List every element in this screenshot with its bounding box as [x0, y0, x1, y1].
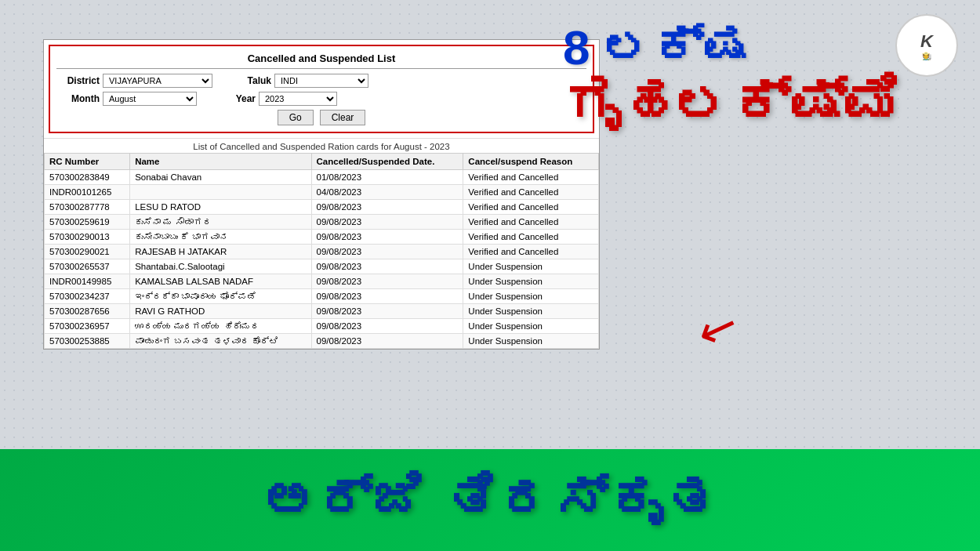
cell-reason: Under Suspension	[463, 319, 599, 334]
month-select[interactable]: August	[103, 92, 197, 106]
content-wrapper: K 🧑‍🌾 Cancelled and Suspended List Distr…	[0, 0, 980, 551]
cell-reason: Under Suspension	[463, 274, 599, 289]
form-row-district: District VIJAYAPURA Taluk INDI	[56, 74, 586, 88]
cell-date: 09/08/2023	[311, 319, 463, 334]
overlay-text: 8 ಲಕ್ಷ ಗೃಹಲಕ್ಷ್ಮಿ	[563, 24, 902, 132]
text-gruhalakshmi: ಗೃಹಲಕ್ಷ್ಮಿ	[563, 76, 902, 132]
cell-rc: 570300287656	[45, 304, 130, 319]
col-rc-number: RC Number	[45, 154, 130, 170]
cell-date: 09/08/2023	[311, 200, 463, 215]
cell-reason: Verified and Cancelled	[463, 170, 599, 185]
table-row: INDR00149985KAMALSAB LALSAB NADAF09/08/2…	[45, 274, 599, 289]
logo-letter: K	[920, 31, 933, 52]
cell-name: RAVI G RATHOD	[130, 304, 311, 319]
cell-reason: Verified and Cancelled	[463, 230, 599, 245]
cell-rc: 570300236957	[45, 319, 130, 334]
cell-reason: Under Suspension	[463, 259, 599, 274]
district-label: District	[56, 75, 100, 86]
cell-rc: 570300290021	[45, 245, 130, 259]
year-label: Year	[212, 93, 256, 104]
col-reason: Cancel/suspend Reason	[463, 154, 599, 170]
cell-name: ಕುಸೆನಾ ಮ ಸೌಡಾಗರ	[130, 215, 311, 230]
cell-reason: Verified and Cancelled	[463, 215, 599, 230]
cell-date: 09/08/2023	[311, 334, 463, 349]
go-button[interactable]: Go	[278, 110, 314, 125]
cell-rc: 570300234237	[45, 289, 130, 304]
cell-rc: 570300253885	[45, 334, 130, 349]
cell-rc: 570300287778	[45, 200, 130, 215]
cell-reason: Under Suspension	[463, 304, 599, 319]
logo-inner: K 🧑‍🌾	[920, 31, 933, 60]
form-row-month: Month August Year 2023	[56, 92, 586, 106]
table-row: 570300265537Shantabai.C.Salootagi09/08/2…	[45, 259, 599, 274]
cell-reason: Verified and Cancelled	[463, 185, 599, 200]
table-row: 570300234237ಇಂದ್ರಕ್ಕಾ ಭಾಪೂರಾಯ ಘೊರ್ಪಡೆ09/…	[45, 289, 599, 304]
district-select[interactable]: VIJAYAPURA	[103, 74, 212, 88]
cell-date: 09/08/2023	[311, 215, 463, 230]
table-row: 570300287778LESU D RATOD09/08/2023Verifi…	[45, 200, 599, 215]
table-header: RC Number Name Cancelled/Suspended Date.…	[45, 154, 599, 170]
main-table-container: Cancelled and Suspended List District VI…	[43, 39, 600, 350]
logo-circle: K 🧑‍🌾	[895, 14, 958, 77]
taluk-section: Taluk INDI	[228, 74, 368, 88]
cell-date: 09/08/2023	[311, 304, 463, 319]
data-table: RC Number Name Cancelled/Suspended Date.…	[44, 153, 599, 349]
cell-reason: Under Suspension	[463, 334, 599, 349]
cell-date: 09/08/2023	[311, 259, 463, 274]
cell-name: Shantabai.C.Salootagi	[130, 259, 311, 274]
table-row: 570300259619ಕುಸೆನಾ ಮ ಸೌಡಾಗರ09/08/2023Ver…	[45, 215, 599, 230]
cell-date: 01/08/2023	[311, 170, 463, 185]
form-section: Cancelled and Suspended List District VI…	[49, 45, 594, 133]
cell-rc: INDR00149985	[45, 274, 130, 289]
table-row: 570300283849Sonabai Chavan01/08/2023Veri…	[45, 170, 599, 185]
table-row: 570300253885ಪಾಂಡುರಂಗ ಬಸವಂತ ತಳವಾರ ಕೊರ್ಟಿ0…	[45, 334, 599, 349]
list-subtitle: List of Cancelled and Suspended Ration c…	[44, 138, 599, 153]
cell-rc: INDR00101265	[45, 185, 130, 200]
form-title: Cancelled and Suspended List	[56, 53, 586, 69]
cell-name: Sonabai Chavan	[130, 170, 311, 185]
clear-button[interactable]: Clear	[320, 110, 366, 125]
bottom-banner: ಅರ್ಜಿ ತಿರಸ್ಕೃತ	[0, 449, 980, 551]
cell-rc: 570300283849	[45, 170, 130, 185]
table-row: 570300287656RAVI G RATHOD09/08/2023Under…	[45, 304, 599, 319]
cell-date: 04/08/2023	[311, 185, 463, 200]
cell-reason: Under Suspension	[463, 289, 599, 304]
bottom-banner-text: ಅರ್ಜಿ ತಿರಸ್ಕೃತ	[262, 469, 718, 531]
month-label: Month	[56, 93, 100, 104]
cell-name: ಕುಸೇನಾಬಾಬು ಕೆ ಭಾಗವಾನ	[130, 230, 311, 245]
form-buttons: Go Clear	[56, 110, 586, 125]
cell-date: 09/08/2023	[311, 289, 463, 304]
cell-name: ಇಂದ್ರಕ್ಕಾ ಭಾಪೂರಾಯ ಘೊರ್ಪಡೆ	[130, 289, 311, 304]
cell-rc: 570300265537	[45, 259, 130, 274]
cell-name: LESU D RATOD	[130, 200, 311, 215]
col-name: Name	[130, 154, 311, 170]
year-section: Year 2023	[212, 92, 337, 106]
taluk-select[interactable]: INDI	[274, 74, 368, 88]
cell-date: 09/08/2023	[311, 245, 463, 259]
cell-name: ಪಾಂಡುರಂಗ ಬಸವಂತ ತಳವಾರ ಕೊರ್ಟಿ	[130, 334, 311, 349]
arrow-indicator: ↗	[690, 299, 746, 364]
table-body: 570300283849Sonabai Chavan01/08/2023Veri…	[45, 170, 599, 349]
cell-rc: 570300259619	[45, 215, 130, 230]
cell-reason: Verified and Cancelled	[463, 200, 599, 215]
text-8-lakh: 8 ಲಕ್ಷ	[563, 24, 902, 72]
cell-name: KAMALSAB LALSAB NADAF	[130, 274, 311, 289]
table-row: 570300290021RAJESAB H JATAKAR09/08/2023V…	[45, 245, 599, 259]
header-row: RC Number Name Cancelled/Suspended Date.…	[45, 154, 599, 170]
cell-reason: Verified and Cancelled	[463, 245, 599, 259]
cell-name: RAJESAB H JATAKAR	[130, 245, 311, 259]
cell-date: 09/08/2023	[311, 274, 463, 289]
table-row: 570300290013ಕುಸೇನಾಬಾಬು ಕೆ ಭಾಗವಾನ09/08/20…	[45, 230, 599, 245]
year-select[interactable]: 2023	[259, 92, 337, 106]
cell-name	[130, 185, 311, 200]
cell-name: ಊರಯ್ಯ ಮುರಗಯ್ಯ ಹಿರೇಮಠ	[130, 319, 311, 334]
logo-figure: 🧑‍🌾	[922, 52, 931, 60]
table-row: 570300236957ಊರಯ್ಯ ಮುರಗಯ್ಯ ಹಿರೇಮಠ09/08/20…	[45, 319, 599, 334]
table-row: INDR00101265 04/08/2023Verified and Canc…	[45, 185, 599, 200]
cell-date: 09/08/2023	[311, 230, 463, 245]
cell-rc: 570300290013	[45, 230, 130, 245]
taluk-label: Taluk	[228, 75, 271, 86]
col-date: Cancelled/Suspended Date.	[311, 154, 463, 170]
